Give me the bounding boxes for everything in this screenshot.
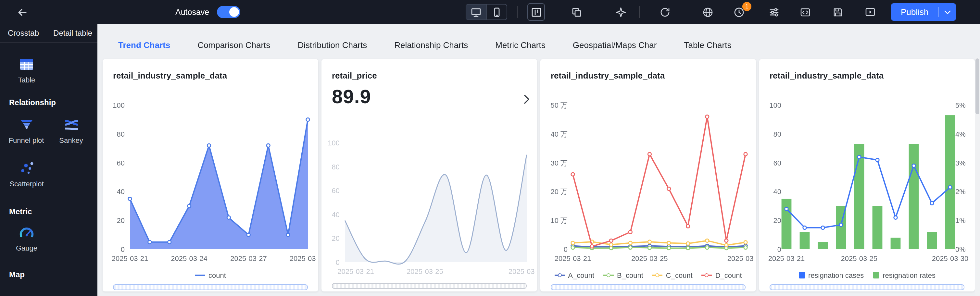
- svg-text:2025-03-21: 2025-03-21: [112, 255, 148, 263]
- chart-legend: resignation cases resignation rates: [759, 270, 975, 280]
- section-header-relationship: Relationship: [9, 98, 94, 107]
- publish-button[interactable]: Publish: [891, 3, 956, 21]
- chart-category-tabs: Trend Charts Comparison Charts Distribut…: [97, 24, 980, 58]
- sidebar-item-scatterplot[interactable]: Scatterplot: [4, 160, 49, 188]
- svg-text:2025-03-24: 2025-03-24: [171, 255, 207, 263]
- bar-line-chart[interactable]: 0204060801000%1%2%3%4%5%2025-03-212025-0…: [759, 95, 975, 266]
- publish-dropdown-arrow[interactable]: [939, 10, 956, 14]
- chart-card-kpi: retail_price 89.9 0204060801002025-03-21…: [321, 59, 537, 291]
- preview-play-icon[interactable]: [864, 6, 877, 19]
- topbar: Autosave 1: [0, 0, 980, 24]
- multi-line-chart[interactable]: 010 万20 万30 万40 万50 万2025-03-212025-03-2…: [540, 95, 756, 266]
- magic-wand-icon[interactable]: [614, 6, 627, 19]
- tab-geospatial-maps-charts[interactable]: Geospatial/Maps Char: [573, 40, 657, 50]
- tab-trend-charts[interactable]: Trend Charts: [118, 40, 170, 50]
- sidebar-item-funnel-plot[interactable]: Funnel plot: [4, 116, 49, 144]
- back-button[interactable]: [16, 6, 29, 19]
- svg-text:2025-03-25: 2025-03-25: [631, 255, 668, 263]
- sidebar-item-label: Sankey: [59, 136, 83, 144]
- svg-text:30 万: 30 万: [550, 159, 568, 167]
- svg-text:60: 60: [117, 159, 125, 167]
- sidebar-item-label: Scatterplot: [10, 180, 43, 188]
- sidebar-item-sankey[interactable]: Sankey: [49, 116, 94, 144]
- chart-hscrollbar[interactable]: [770, 284, 964, 290]
- gauge-icon: [18, 224, 35, 241]
- component-board-button[interactable]: [527, 3, 545, 21]
- sidebar-tab-detail-table[interactable]: Detail table: [45, 29, 99, 38]
- legend-marker: [652, 275, 663, 276]
- svg-text:0: 0: [336, 258, 340, 266]
- vscrollbar-thumb[interactable]: [975, 59, 979, 114]
- page-vscrollbar[interactable]: [975, 57, 980, 296]
- svg-text:10 万: 10 万: [550, 216, 568, 224]
- main-content: Trend Charts Comparison Charts Distribut…: [97, 24, 980, 296]
- chart-hscrollbar[interactable]: [551, 284, 746, 290]
- card-title: retail_industry_sample_data: [770, 71, 964, 81]
- history-icon[interactable]: 1: [733, 6, 746, 19]
- legend-item-resignation-rates[interactable]: resignation rates: [873, 271, 935, 279]
- svg-text:60: 60: [773, 159, 781, 167]
- svg-text:2025-03-25: 2025-03-25: [841, 255, 878, 263]
- legend-item-b-count[interactable]: B_count: [603, 271, 643, 279]
- card-title: retail_industry_sample_data: [113, 71, 308, 81]
- chart-type-sidebar: Crosstab Detail table Table Relationship: [0, 24, 97, 296]
- svg-text:2025-03-21: 2025-03-21: [768, 255, 805, 263]
- tab-relationship-charts[interactable]: Relationship Charts: [394, 40, 468, 50]
- tab-distribution-charts[interactable]: Distribution Charts: [298, 40, 367, 50]
- tab-table-charts[interactable]: Table Charts: [684, 40, 731, 50]
- autosave-toggle[interactable]: [217, 6, 240, 18]
- svg-text:2%: 2%: [955, 188, 966, 196]
- chart-legend: count: [103, 270, 318, 280]
- svg-text:50 万: 50 万: [550, 101, 568, 109]
- legend-item-a-count[interactable]: A_count: [554, 271, 594, 279]
- legend-item-resignation-cases[interactable]: resignation cases: [799, 271, 864, 279]
- chart-hscrollbar[interactable]: [113, 284, 308, 290]
- autosave-label: Autosave: [175, 0, 209, 24]
- svg-text:80: 80: [332, 163, 340, 171]
- svg-text:20: 20: [773, 216, 781, 224]
- svg-text:2025-03-30: 2025-03-30: [727, 255, 756, 263]
- kpi-trend-chart[interactable]: 0204060801002025-03-212025-03-252025-03-…: [321, 132, 537, 279]
- area-chart[interactable]: 0204060801002025-03-212025-03-242025-03-…: [103, 95, 318, 266]
- expand-chevron-icon[interactable]: [524, 95, 529, 107]
- legend-marker: [873, 272, 879, 278]
- svg-text:2025-03-25: 2025-03-25: [407, 267, 443, 275]
- chart-hscrollbar[interactable]: [332, 283, 527, 289]
- copy-icon[interactable]: [570, 6, 583, 19]
- toggle-knob: [229, 7, 239, 17]
- web-globe-icon[interactable]: [702, 6, 714, 19]
- desktop-mode-icon[interactable]: [466, 5, 486, 19]
- sidebar-item-label: Table: [18, 76, 35, 84]
- svg-text:0: 0: [777, 245, 781, 253]
- svg-text:0: 0: [121, 245, 125, 253]
- svg-text:80: 80: [773, 130, 781, 138]
- chart-legend: A_count B_count C_count D_count: [540, 270, 756, 280]
- save-icon[interactable]: [831, 6, 844, 19]
- sidebar-item-gauge[interactable]: Gauge: [4, 224, 49, 252]
- svg-text:100: 100: [769, 101, 781, 109]
- tab-comparison-charts[interactable]: Comparison Charts: [197, 40, 270, 50]
- svg-text:60: 60: [332, 187, 340, 195]
- filter-settings-icon[interactable]: [768, 6, 781, 19]
- legend-item-c-count[interactable]: C_count: [652, 271, 693, 279]
- svg-text:80: 80: [117, 130, 125, 138]
- embed-code-icon[interactable]: [799, 6, 812, 19]
- refresh-icon[interactable]: [659, 6, 671, 19]
- svg-text:2025-03-21: 2025-03-21: [555, 255, 591, 263]
- mobile-mode-icon[interactable]: [486, 5, 507, 19]
- svg-text:2025-03-21: 2025-03-21: [337, 267, 374, 275]
- svg-text:40: 40: [332, 211, 340, 219]
- chart-card-multiline: retail_industry_sample_data 010 万20 万30 …: [540, 59, 756, 291]
- tab-metric-charts[interactable]: Metric Charts: [495, 40, 546, 50]
- svg-text:3%: 3%: [955, 159, 966, 167]
- sidebar-tabs: Crosstab Detail table: [0, 24, 97, 43]
- sankey-icon: [63, 116, 80, 133]
- legend-item-d-count[interactable]: D_count: [702, 271, 742, 279]
- scatterplot-icon: [18, 160, 35, 177]
- sidebar-tab-crosstab[interactable]: Crosstab: [0, 29, 45, 38]
- legend-item-count[interactable]: count: [195, 271, 226, 279]
- legend-marker: [195, 275, 205, 276]
- svg-text:20 万: 20 万: [550, 188, 568, 196]
- svg-text:1%: 1%: [955, 216, 966, 224]
- sidebar-item-table[interactable]: Table: [4, 56, 49, 84]
